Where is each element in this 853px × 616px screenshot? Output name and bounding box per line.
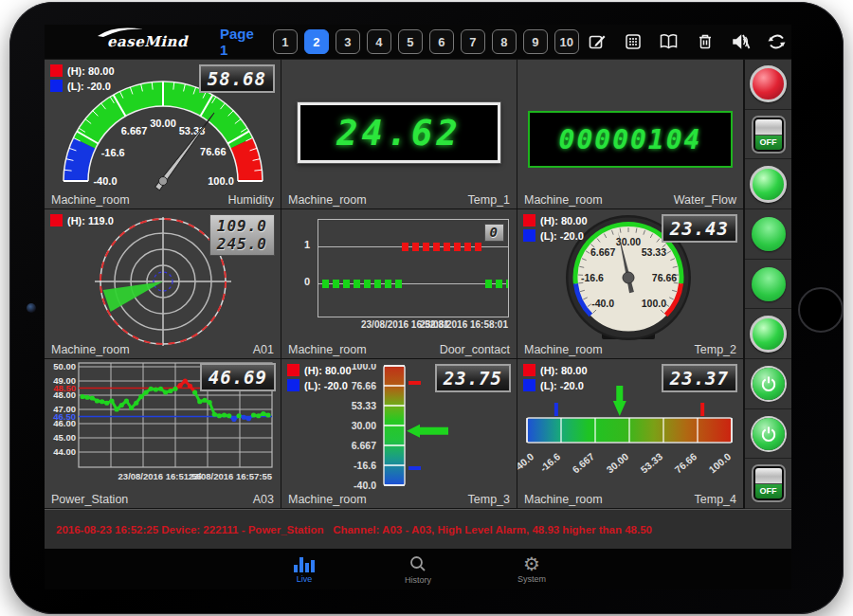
y-tick-0: 0	[304, 276, 310, 287]
control-cell-5	[745, 260, 791, 310]
page-button-4[interactable]: 4	[367, 29, 391, 54]
mute-icon[interactable]	[723, 32, 759, 51]
grid-icon[interactable]	[615, 32, 651, 51]
widget-a03-trend-chart[interactable]: 50.0049.0048.5048.0047.0046.5046.0045.00…	[45, 359, 281, 509]
page-button-8[interactable]: 8	[492, 29, 517, 54]
high-limit-swatch	[523, 364, 535, 376]
widget-temp4-horizontal-bar[interactable]: (H): 80.00 (L): -20.0 23.37 -40.0-16.66.…	[517, 359, 744, 509]
power-button[interactable]	[753, 368, 785, 400]
y-tick-1: 1	[304, 239, 310, 250]
widget-door-contact-chart[interactable]: 0 1 0 23/08/2016 16:52:31 23/08/2016 16:…	[281, 209, 517, 359]
value-display: 58.68	[199, 64, 275, 93]
trash-icon[interactable]	[687, 32, 723, 51]
channel-name: Temp_2	[695, 343, 736, 356]
page-button-3[interactable]: 3	[336, 29, 360, 54]
channel-name: Temp_3	[468, 493, 510, 506]
svg-text:46.00: 46.00	[53, 418, 76, 428]
svg-text:100.0: 100.0	[352, 364, 376, 371]
widget-temp3-vertical-bar[interactable]: (H): 80.00 (L): -20.0 23.75 100.076.6653…	[281, 359, 517, 509]
channel-name: Temp_4	[695, 493, 736, 506]
counter-display: 00000104	[528, 111, 733, 168]
page-button-9[interactable]: 9	[523, 29, 548, 54]
power-button[interactable]	[753, 418, 785, 450]
channel-name: Door_contact	[440, 343, 510, 356]
svg-text:-40.0: -40.0	[517, 450, 535, 474]
low-limit-swatch	[50, 80, 63, 92]
green-round-button[interactable]	[752, 267, 786, 301]
nav-live-label: Live	[297, 574, 313, 584]
svg-text:-16.6: -16.6	[537, 450, 562, 474]
legend: (H): 80.00 (L): -20.0	[50, 64, 115, 95]
page-button-5[interactable]: 5	[398, 29, 423, 54]
book-icon[interactable]	[651, 32, 687, 51]
svg-text:-16.6: -16.6	[354, 460, 376, 471]
x-tick-end: 23/08/2016 16:58:01	[420, 319, 508, 330]
nav-system[interactable]: ⚙ System	[501, 555, 562, 584]
svg-text:-16.6: -16.6	[581, 272, 604, 283]
value-display: 109.0 245.0	[209, 214, 275, 256]
channel-name: A01	[253, 343, 274, 356]
status-segment-open	[402, 243, 481, 251]
device-name: Machine_room	[51, 343, 130, 356]
svg-text:-16.6: -16.6	[101, 147, 125, 158]
high-limit-swatch	[287, 364, 299, 376]
alarm-message: 2016-08-23 16:52:25 Device: 222111 - Pow…	[56, 524, 652, 535]
high-limit-swatch	[50, 64, 63, 77]
low-limit-label: (L): -20.0	[67, 81, 111, 92]
legend: (H): 80.00 (L): -20.0	[523, 214, 588, 245]
edit-icon[interactable]	[579, 32, 615, 51]
device-name: Machine_room	[288, 193, 367, 207]
status-segment-closed	[485, 280, 508, 288]
green-round-button[interactable]	[752, 217, 786, 251]
control-cell-3	[745, 159, 791, 209]
green-indicator-light[interactable]	[750, 166, 787, 203]
switch-paddle	[755, 468, 782, 484]
page: easeMind Page 1 12345678910	[0, 0, 853, 616]
page-button-1[interactable]: 1	[273, 29, 298, 54]
svg-text:100.0: 100.0	[706, 450, 733, 475]
svg-text:53.33: 53.33	[642, 246, 666, 258]
counter-value: 00000104	[559, 124, 702, 155]
off-rocker-switch[interactable]: OFF	[753, 466, 784, 500]
nav-history-label: History	[405, 575, 431, 585]
device-name: Machine_room	[524, 493, 603, 506]
dashboard: (H): 80.00 (L): -20.0 58.68 -40.0-16.66.…	[45, 60, 791, 509]
refresh-icon[interactable]	[759, 32, 791, 51]
value-1: 109.0	[217, 217, 267, 235]
page-button-7[interactable]: 7	[461, 29, 485, 54]
nav-history[interactable]: History	[388, 554, 448, 585]
control-cell-4	[745, 209, 791, 260]
value-display: 0	[484, 224, 504, 242]
lcd-display: 24.62	[298, 102, 500, 163]
svg-text:50.00: 50.00	[53, 361, 76, 371]
svg-text:100.0: 100.0	[208, 175, 234, 187]
widget-temp2-gauge[interactable]: (H): 80.00 (L): -20.0 23.43 -40.0-16.66.…	[517, 209, 744, 359]
gear-icon: ⚙	[523, 555, 540, 572]
high-limit-swatch	[50, 214, 63, 226]
power-icon	[759, 374, 778, 393]
page-button-2[interactable]: 2	[304, 29, 329, 54]
control-cell-7	[745, 359, 791, 409]
page-button-10[interactable]: 10	[554, 29, 579, 54]
widget-waterflow-counter[interactable]: 00000104 Machine_roomWater_Flow	[517, 60, 744, 209]
widget-humidity-gauge[interactable]: (H): 80.00 (L): -20.0 58.68 -40.0-16.66.…	[45, 60, 281, 209]
widget-a01-radar[interactable]: (H): 119.0 109.0 245.0 Machine_roomA01	[45, 209, 281, 359]
app-logo: easeMind	[107, 33, 188, 50]
page-button-6[interactable]: 6	[429, 29, 454, 54]
off-rocker-switch[interactable]: OFF	[753, 118, 784, 152]
value-display: 23.43	[662, 214, 737, 243]
toolbar: easeMind Page 1 12345678910	[45, 25, 791, 60]
low-limit-label: (L): -20.0	[540, 380, 584, 391]
switch-off-label: OFF	[755, 484, 782, 498]
nav-system-label: System	[517, 574, 546, 584]
low-limit-swatch	[523, 229, 535, 242]
page-buttons: 12345678910	[273, 29, 579, 54]
value-display: 23.37	[662, 364, 737, 392]
nav-live[interactable]: Live	[274, 555, 335, 584]
red-indicator-light[interactable]	[750, 65, 787, 102]
widget-temp1-lcd[interactable]: 24.62 Machine_roomTemp_1	[281, 60, 517, 209]
svg-text:30.00: 30.00	[616, 236, 641, 247]
green-indicator-light[interactable]	[750, 316, 787, 353]
high-limit-label: (H): 80.00	[540, 215, 588, 226]
svg-text:76.66: 76.66	[672, 450, 699, 475]
